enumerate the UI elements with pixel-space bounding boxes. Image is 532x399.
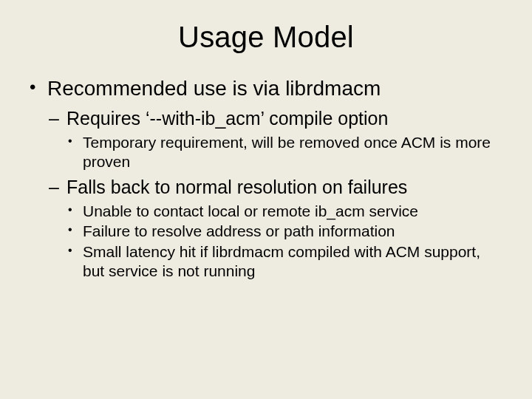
bullet-text: Small latency hit if librdmacm compiled … <box>83 243 480 279</box>
bullet-lvl1: Recommended use is via librdmacm Require… <box>27 76 505 280</box>
bullet-list: Recommended use is via librdmacm Require… <box>27 76 505 280</box>
bullet-lvl3: Small latency hit if librdmacm compiled … <box>66 242 505 280</box>
slide: Usage Model Recommended use is via librd… <box>0 0 532 399</box>
bullet-list-lvl2: Requires ‘--with-ib_acm’ compile option … <box>47 107 505 280</box>
bullet-lvl3: Temporary requirement, will be removed o… <box>66 133 505 171</box>
slide-title: Usage Model <box>27 21 505 54</box>
bullet-list-lvl3: Temporary requirement, will be removed o… <box>66 133 505 171</box>
bullet-text: Recommended use is via librdmacm <box>47 77 381 100</box>
bullet-list-lvl3: Unable to contact local or remote ib_acm… <box>66 202 505 280</box>
bullet-lvl3: Failure to resolve address or path infor… <box>66 222 505 241</box>
bullet-text: Temporary requirement, will be removed o… <box>83 134 491 170</box>
bullet-text: Unable to contact local or remote ib_acm… <box>83 202 418 219</box>
bullet-lvl3: Unable to contact local or remote ib_acm… <box>66 202 505 221</box>
bullet-text: Falls back to normal resolution on failu… <box>66 177 407 197</box>
bullet-text: Requires ‘--with-ib_acm’ compile option <box>66 108 388 129</box>
bullet-text: Failure to resolve address or path infor… <box>83 222 395 239</box>
bullet-lvl2: Requires ‘--with-ib_acm’ compile option … <box>47 107 505 171</box>
bullet-lvl2: Falls back to normal resolution on failu… <box>47 176 505 281</box>
